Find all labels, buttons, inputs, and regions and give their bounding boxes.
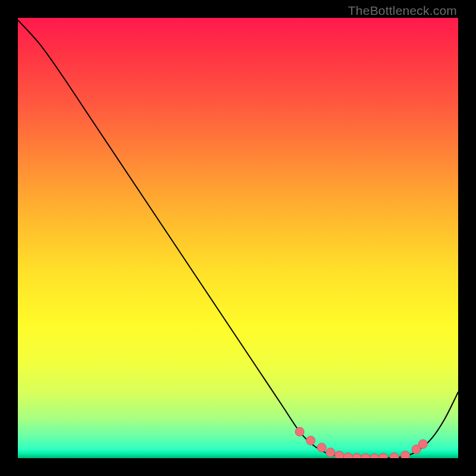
curve-dot xyxy=(352,453,361,458)
curve-dot xyxy=(390,453,399,458)
curve-dots xyxy=(295,427,427,458)
curve-dot xyxy=(344,453,353,458)
curve-dot xyxy=(361,454,370,459)
plot-area xyxy=(18,18,458,458)
chart-stage: TheBottleneck.com xyxy=(0,0,476,476)
curve-dot xyxy=(335,451,344,458)
chart-svg xyxy=(18,18,458,458)
bottleneck-curve xyxy=(18,20,458,458)
curve-dot xyxy=(317,443,326,452)
curve-dot xyxy=(401,451,410,458)
watermark-text: TheBottleneck.com xyxy=(348,4,457,18)
curve-dot xyxy=(306,436,315,445)
curve-dot xyxy=(295,427,304,436)
curve-dot xyxy=(370,454,379,459)
curve-dot xyxy=(379,453,388,458)
curve-dot xyxy=(418,440,427,449)
curve-dot xyxy=(326,448,335,457)
